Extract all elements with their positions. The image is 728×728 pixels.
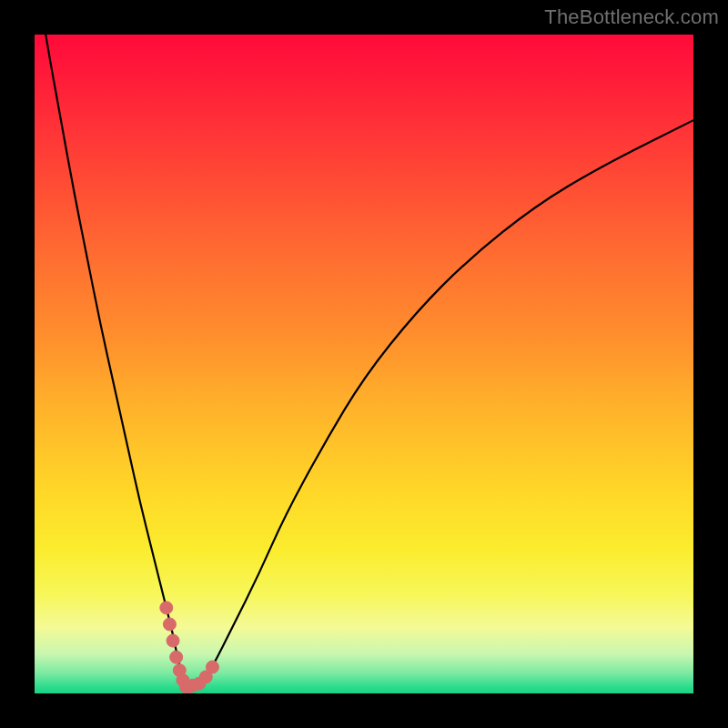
chart-frame: TheBottleneck.com [0,0,728,728]
watermark-text: TheBottleneck.com [544,5,719,29]
datapoint [170,651,183,663]
plot-area [35,35,693,693]
datapoint [167,634,179,647]
datapoint [160,602,173,614]
datapoint [206,661,218,673]
bottleneck-curve-path [35,35,693,687]
datapoint [163,618,176,631]
bottleneck-curve-svg [35,35,693,693]
